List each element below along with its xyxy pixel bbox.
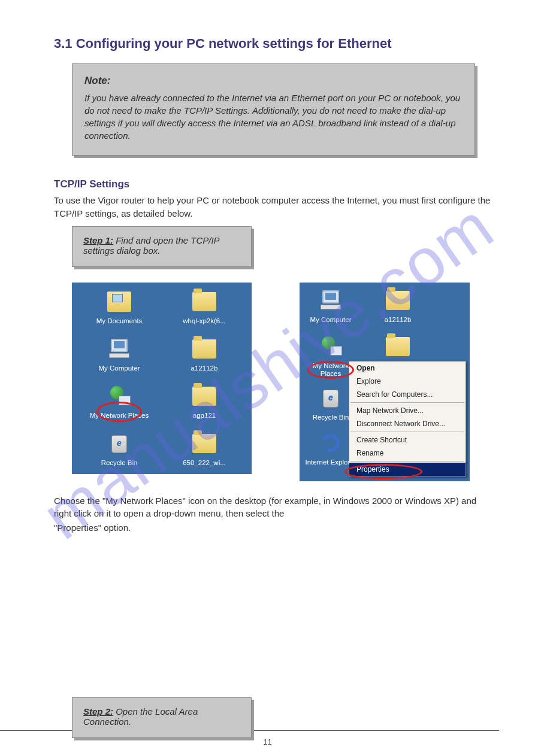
context-menu-item[interactable]: Explore (349, 375, 466, 388)
desktop-item[interactable]: My Network Places (77, 383, 162, 420)
desktop-item[interactable]: a12112b (371, 287, 424, 324)
desktop-item-label: a12112b (191, 365, 218, 372)
section-heading: 3.1 Configuring your PC network settings… (54, 36, 493, 51)
menu-item-label: Rename (356, 449, 383, 457)
step-1-label: Step 1: (83, 235, 113, 245)
note-title: Note: (84, 75, 463, 87)
context-menu-item[interactable]: Open (349, 362, 466, 375)
my-computer-icon (108, 339, 131, 359)
menu-separator (350, 402, 464, 403)
folder-icon (386, 337, 410, 356)
desktop-item[interactable]: a12112b (162, 336, 247, 372)
page-number: 11 (0, 737, 535, 746)
context-menu-item[interactable]: Map Network Drive... (349, 404, 466, 417)
folder-icon (386, 291, 410, 310)
desktop-item-label: whql-xp2k(6... (183, 317, 226, 325)
context-menu-item[interactable]: Properties (349, 463, 466, 476)
desktop-item[interactable]: My Computer (77, 336, 162, 372)
folder-icon (192, 292, 216, 311)
menu-item-label: Properties (356, 465, 389, 473)
below-screenshots-text-2: "Properties" option. (54, 521, 493, 535)
menu-separator (350, 461, 464, 462)
desktop-item-label: My Documents (96, 317, 143, 325)
context-menu-item[interactable]: Disconnect Network Drive... (349, 417, 466, 430)
note-text: If you have already connected to the Int… (84, 92, 463, 142)
step-2-label: Step 2: (83, 706, 113, 716)
desktop-item[interactable]: My Documents (77, 289, 162, 325)
tcpip-settings-text: To use the Vigor router to help your PC … (54, 194, 493, 220)
internet-explorer-icon (321, 433, 341, 453)
desktop-item-label: agp121 (193, 412, 216, 420)
menu-item-label: Open (356, 364, 375, 372)
my-network-places-icon (107, 386, 132, 406)
desktop-item[interactable]: Recycle Bin (77, 430, 162, 467)
desktop-screenshot-1: My Documentswhql-xp2k(6...My Computera12… (72, 283, 252, 475)
menu-separator (350, 432, 464, 432)
folder-icon (192, 434, 216, 453)
desktop-item-label: My Network Places (90, 412, 149, 420)
my-documents-icon (107, 292, 131, 312)
menu-item-label: Explore (356, 377, 381, 385)
context-menu-item[interactable]: Search for Computers... (349, 388, 466, 401)
folder-icon (192, 387, 216, 406)
desktop-screenshot-2: My Computera12112bMy Network Placesagp12… (300, 283, 470, 481)
step-1-box: Step 1: Find and open the TCP/IP setting… (72, 226, 252, 267)
menu-item-label: Disconnect Network Drive... (356, 420, 445, 428)
context-menu: OpenExploreSearch for Computers...Map Ne… (349, 361, 466, 476)
context-menu-item[interactable]: Rename (349, 447, 466, 460)
recycle-bin-icon (321, 387, 341, 409)
desktop-item[interactable]: whql-xp2k(6... (162, 289, 247, 325)
note-box: Note: If you have already connected to t… (72, 63, 475, 156)
folder-icon (192, 339, 216, 359)
step-2-box: Step 2: Open the Local Area Connection. (72, 697, 252, 738)
tcpip-settings-title: TCP/IP Settings (54, 178, 493, 190)
recycle-bin-icon (109, 433, 129, 454)
menu-item-label: Search for Computers... (356, 390, 433, 399)
page-container: 3.1 Configuring your PC network settings… (0, 0, 535, 756)
desktop-item[interactable]: 650_222_wi... (162, 430, 247, 467)
desktop-item-label: My Computer (98, 365, 140, 372)
screenshots-row: My Documentswhql-xp2k(6...My Computera12… (72, 283, 493, 481)
menu-item-label: Create Shortcut (356, 436, 407, 444)
desktop-item[interactable]: My Computer (304, 287, 357, 324)
desktop-item-label: My Computer (310, 316, 351, 324)
desktop-item[interactable]: agp121 (162, 383, 247, 420)
desktop-item-label: 650_222_wi... (183, 459, 226, 467)
desktop-item-label: Recycle Bin (313, 414, 349, 421)
my-computer-icon (319, 290, 342, 311)
desktop-item-label: a12112b (385, 316, 412, 324)
desktop-item-label: Recycle Bin (101, 459, 138, 467)
my-network-places-icon (318, 336, 343, 357)
context-menu-item[interactable]: Create Shortcut (349, 433, 466, 447)
menu-item-label: Map Network Drive... (356, 406, 424, 415)
below-screenshots-text-1: Choose the "My Network Places" icon on t… (54, 494, 493, 521)
